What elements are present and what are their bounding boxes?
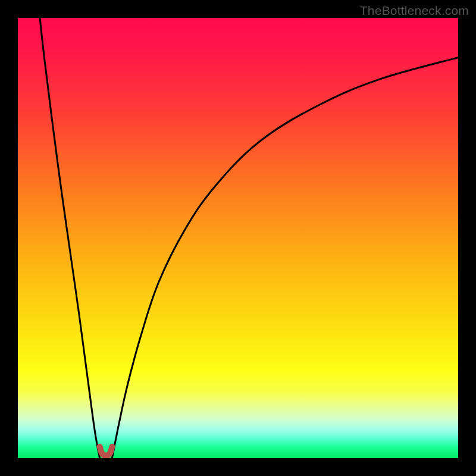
bottleneck-curve (18, 18, 458, 458)
curve-left-branch (40, 18, 100, 458)
watermark-text: TheBottleneck.com (360, 4, 469, 18)
curve-right-branch (112, 58, 458, 458)
chart-plot-area (18, 18, 458, 458)
minimum-marker (100, 447, 112, 456)
